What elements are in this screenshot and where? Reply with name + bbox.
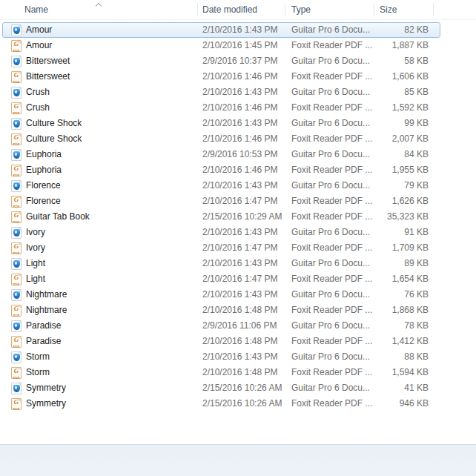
file-size: 1,594 KB	[375, 366, 429, 380]
file-row[interactable]: GPDF Amour 2/10/2016 1:45 PM Foxit Reade…	[2, 38, 440, 53]
file-name: Paradise	[26, 319, 61, 333]
file-date-modified: 2/15/2016 10:26 AM	[199, 397, 286, 411]
file-row[interactable]: GPDF Culture Shock 2/10/2016 1:46 PM Fox…	[2, 131, 440, 147]
foxit-pdf-document-icon: GPDF	[10, 398, 22, 410]
column-header-size-label: Size	[380, 4, 397, 15]
guitar-pro-document-icon	[10, 149, 22, 161]
file-size: 1,412 KB	[375, 334, 429, 348]
file-type: Foxit Reader PDF ...	[286, 194, 375, 208]
file-type: Guitar Pro 6 Docu...	[286, 288, 375, 302]
file-date-modified: 2/10/2016 1:43 PM	[199, 116, 286, 130]
file-row[interactable]: Crush 2/10/2016 1:43 PM Guitar Pro 6 Doc…	[2, 85, 440, 100]
column-header-date-modified[interactable]: Date modified	[198, 0, 285, 19]
file-type: Foxit Reader PDF ...	[286, 132, 375, 146]
guitar-pro-document-icon	[10, 227, 22, 239]
file-size: 91 KB	[375, 225, 429, 239]
file-date-modified: 2/10/2016 1:48 PM	[199, 334, 286, 348]
file-type: Guitar Pro 6 Docu...	[286, 54, 375, 68]
file-date-modified: 2/15/2016 10:29 AM	[199, 210, 286, 224]
file-list: Amour 2/10/2016 1:43 PM Guitar Pro 6 Doc…	[0, 22, 476, 411]
details-pane	[0, 444, 476, 476]
file-type: Foxit Reader PDF ...	[286, 241, 375, 255]
file-date-modified: 2/10/2016 1:43 PM	[199, 288, 286, 302]
file-size: 89 KB	[375, 257, 429, 271]
file-date-modified: 2/10/2016 1:47 PM	[199, 272, 286, 286]
file-name: Guitar Tab Book	[26, 210, 90, 224]
foxit-pdf-document-icon: GPDF	[10, 71, 22, 83]
file-row[interactable]: Culture Shock 2/10/2016 1:43 PM Guitar P…	[2, 116, 440, 131]
file-row[interactable]: Bittersweet 2/9/2016 10:37 PM Guitar Pro…	[2, 53, 440, 69]
file-row[interactable]: Ivory 2/10/2016 1:43 PM Guitar Pro 6 Doc…	[2, 225, 440, 240]
file-type: Foxit Reader PDF ...	[286, 210, 375, 224]
column-header-row: Name Date modified Type Size	[0, 0, 476, 20]
guitar-pro-document-icon	[10, 258, 22, 270]
file-size: 84 KB	[375, 148, 429, 162]
file-type: Guitar Pro 6 Docu...	[286, 85, 375, 99]
file-name: Symmetry	[26, 381, 66, 395]
file-size: 99 KB	[375, 116, 429, 130]
file-date-modified: 2/9/2016 10:37 PM	[199, 54, 286, 68]
file-row[interactable]: Symmetry 2/15/2016 10:26 AM Guitar Pro 6…	[2, 380, 440, 396]
file-name: Florence	[26, 194, 61, 208]
file-row[interactable]: GPDF Florence 2/10/2016 1:47 PM Foxit Re…	[2, 194, 440, 209]
file-row[interactable]: Light 2/10/2016 1:43 PM Guitar Pro 6 Doc…	[2, 256, 440, 271]
file-row[interactable]: GPDF Euphoria 2/10/2016 1:46 PM Foxit Re…	[2, 162, 440, 178]
file-type: Foxit Reader PDF ...	[286, 163, 375, 177]
file-name: Amour	[26, 39, 52, 53]
file-type: Foxit Reader PDF ...	[286, 101, 375, 115]
file-type: Foxit Reader PDF ...	[286, 366, 375, 380]
file-name: Light	[26, 272, 45, 286]
guitar-pro-document-icon	[10, 118, 22, 130]
file-row[interactable]: Storm 2/10/2016 1:43 PM Guitar Pro 6 Doc…	[2, 349, 440, 365]
file-row[interactable]: Euphoria 2/9/2016 10:53 PM Guitar Pro 6 …	[2, 147, 440, 162]
file-row[interactable]: Nightmare 2/10/2016 1:43 PM Guitar Pro 6…	[2, 287, 440, 303]
file-date-modified: 2/10/2016 1:48 PM	[199, 303, 286, 317]
file-type: Guitar Pro 6 Docu...	[286, 350, 375, 364]
file-name: Bittersweet	[26, 70, 70, 84]
file-row[interactable]: GPDF Light 2/10/2016 1:47 PM Foxit Reade…	[2, 271, 440, 287]
file-row[interactable]: GPDF Crush 2/10/2016 1:46 PM Foxit Reade…	[2, 100, 440, 116]
file-type: Foxit Reader PDF ...	[286, 39, 375, 53]
file-row[interactable]: Florence 2/10/2016 1:43 PM Guitar Pro 6 …	[2, 178, 440, 194]
file-name: Bittersweet	[26, 54, 70, 68]
guitar-pro-document-icon	[10, 383, 22, 394]
file-type: Foxit Reader PDF ...	[286, 70, 375, 84]
file-name: Ivory	[26, 241, 45, 255]
file-type: Foxit Reader PDF ...	[286, 303, 375, 317]
file-size: 58 KB	[375, 54, 429, 68]
file-name: Amour	[26, 23, 52, 37]
file-row[interactable]: GPDF Storm 2/10/2016 1:48 PM Foxit Reade…	[2, 365, 440, 380]
file-row[interactable]: Paradise 2/9/2016 11:06 PM Guitar Pro 6 …	[2, 318, 440, 334]
file-size: 76 KB	[375, 288, 429, 302]
guitar-pro-document-icon	[10, 320, 22, 332]
foxit-pdf-document-icon: GPDF	[10, 211, 22, 223]
file-name: Euphoria	[26, 148, 62, 162]
foxit-pdf-document-icon: GPDF	[10, 133, 22, 145]
column-header-name[interactable]: Name	[0, 0, 198, 19]
file-row[interactable]: Amour 2/10/2016 1:43 PM Guitar Pro 6 Doc…	[2, 22, 440, 38]
file-name: Storm	[26, 350, 50, 364]
column-header-date-modified-label: Date modified	[202, 4, 257, 15]
file-size: 41 KB	[375, 381, 429, 395]
file-size: 79 KB	[375, 179, 429, 193]
file-row[interactable]: GPDF Symmetry 2/15/2016 10:26 AM Foxit R…	[2, 396, 440, 411]
file-size: 1,654 KB	[375, 272, 429, 286]
file-name: Florence	[26, 179, 61, 193]
file-row[interactable]: GPDF Bittersweet 2/10/2016 1:46 PM Foxit…	[2, 69, 440, 85]
file-row[interactable]: GPDF Nightmare 2/10/2016 1:48 PM Foxit R…	[2, 303, 440, 318]
file-row[interactable]: GPDF Paradise 2/10/2016 1:48 PM Foxit Re…	[2, 334, 440, 349]
guitar-pro-document-icon	[10, 180, 22, 192]
file-row[interactable]: GPDF Ivory 2/10/2016 1:47 PM Foxit Reade…	[2, 240, 440, 256]
foxit-pdf-document-icon: GPDF	[10, 165, 22, 176]
file-name: Light	[26, 257, 45, 271]
file-size: 35,323 KB	[375, 210, 429, 224]
column-header-size[interactable]: Size	[374, 0, 434, 19]
foxit-pdf-document-icon: GPDF	[10, 367, 22, 379]
file-row[interactable]: GPDF Guitar Tab Book 2/15/2016 10:29 AM …	[2, 209, 440, 225]
sort-ascending-icon	[96, 3, 102, 9]
guitar-pro-document-icon	[10, 56, 22, 67]
file-type: Guitar Pro 6 Docu...	[286, 319, 375, 333]
file-size: 85 KB	[375, 85, 429, 99]
column-header-type[interactable]: Type	[285, 0, 374, 19]
file-size: 78 KB	[375, 319, 429, 333]
